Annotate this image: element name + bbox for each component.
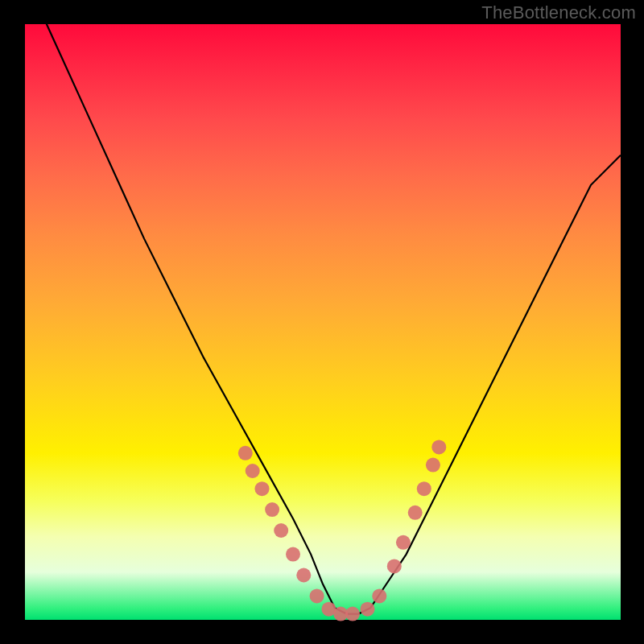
bottleneck-curve <box>25 0 621 614</box>
data-markers <box>238 440 447 621</box>
data-marker <box>310 588 324 603</box>
data-marker <box>417 481 431 496</box>
watermark-text: TheBottleneck.com <box>481 2 636 23</box>
data-marker <box>431 440 446 454</box>
data-marker <box>387 559 402 573</box>
data-marker <box>286 547 300 562</box>
data-marker <box>426 458 440 473</box>
data-marker <box>246 464 260 478</box>
data-marker <box>238 446 253 460</box>
plot-area <box>25 24 621 620</box>
data-marker <box>372 588 386 603</box>
data-marker <box>396 535 411 550</box>
data-marker <box>361 602 375 617</box>
chart-svg <box>25 24 621 620</box>
data-marker <box>274 523 288 538</box>
data-marker <box>345 607 360 621</box>
chart-frame: TheBottleneck.com <box>0 0 644 644</box>
data-marker <box>265 502 279 517</box>
data-marker <box>408 506 423 520</box>
data-marker <box>255 481 270 496</box>
data-marker <box>296 568 311 583</box>
